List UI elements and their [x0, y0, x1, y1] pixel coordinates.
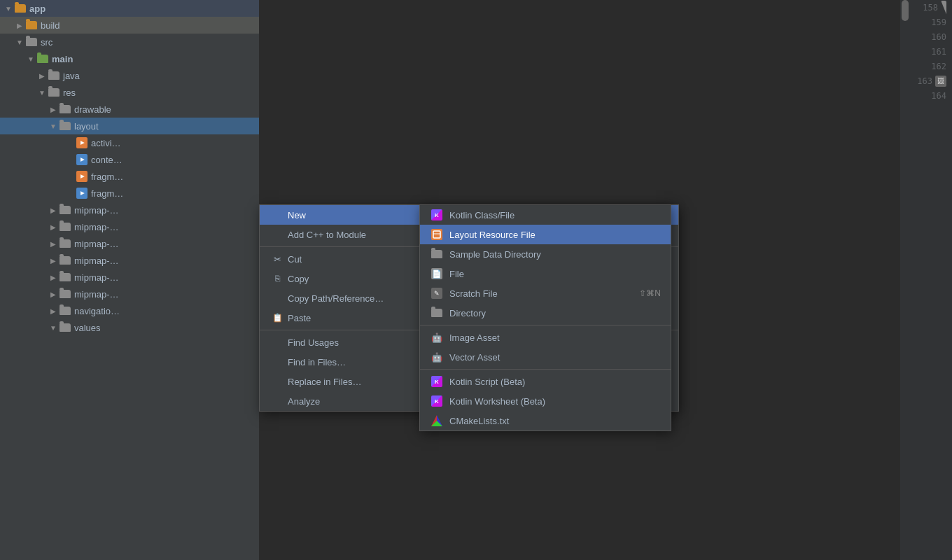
tree-label-layout: layout [74, 121, 99, 132]
submenu-item-kotlin-class[interactable]: K Kotlin Class/File [420, 205, 671, 225]
tree-item-mipmap3[interactable]: ▶ mipmap-… [0, 235, 259, 252]
tree-label-conte: conte… [91, 155, 122, 165]
tree-item-conte[interactable]: ▶ conte… [0, 151, 259, 168]
tree-label-mipmap6: mipmap-… [74, 289, 119, 300]
chevron-res: ▼ [36, 89, 48, 97]
tree-label-navigation: navigatio… [74, 306, 120, 316]
chevron-layout: ▼ [48, 122, 59, 130]
tree-label-mipmap2: mipmap-… [74, 222, 119, 232]
file-tree: ▼ app ▶ build ▼ src ▼ main ▶ java ▼ res … [0, 0, 259, 560]
scratch-file-icon: ✎ [430, 286, 444, 300]
line-161: 161 [910, 44, 952, 59]
tree-item-mipmap1[interactable]: ▶ mipmap-… [0, 202, 259, 218]
file-icon: 📄 [430, 267, 444, 281]
analyze-icon [271, 395, 284, 407]
tree-item-java[interactable]: ▶ java [0, 67, 259, 84]
submenu-label-kotlin-script: Kotlin Script (Beta) [449, 377, 525, 387]
copy-path-icon [271, 292, 284, 304]
tree-item-mipmap6[interactable]: ▶ mipmap-… [0, 286, 259, 302]
tree-item-drawable[interactable]: ▶ drawable [0, 101, 259, 118]
tree-label-values: values [74, 323, 101, 333]
submenu-label-layout-resource: Layout Resource File [449, 230, 536, 240]
submenu-item-kotlin-worksheet[interactable]: K Kotlin Worksheet (Beta) [420, 391, 671, 411]
tree-item-navigation[interactable]: ▶ navigatio… [0, 302, 259, 319]
scratch-shortcut: ⇧⌘N [639, 288, 661, 298]
chevron-build: ▶ [14, 22, 25, 29]
tree-label-src: src [41, 37, 52, 48]
tree-item-fragm1[interactable]: ▶ fragm… [0, 168, 259, 185]
add-cpp-icon [271, 228, 284, 241]
image-asset-icon: 🤖 [430, 330, 444, 344]
tree-item-res[interactable]: ▼ res [0, 84, 259, 101]
chevron-src: ▼ [14, 38, 25, 46]
chevron-main: ▼ [25, 55, 36, 63]
submenu-label-image-asset: Image Asset [449, 332, 500, 343]
tree-item-mipmap4[interactable]: ▶ mipmap-… [0, 252, 259, 269]
scrollbar-area[interactable] [900, 0, 910, 560]
submenu-sep-2 [420, 369, 671, 370]
chevron-mipmap5: ▶ [48, 274, 59, 281]
submenu-label-cmake-lists: CMakeLists.txt [449, 416, 509, 426]
submenu-label-directory: Directory [449, 308, 486, 318]
tree-label-build: build [41, 20, 59, 31]
submenu-item-image-asset[interactable]: 🤖 Image Asset [420, 328, 671, 347]
chevron-mipmap3: ▶ [48, 240, 59, 248]
tree-item-src[interactable]: ▼ src [0, 34, 259, 50]
scissors-icon: ✂ [271, 253, 284, 265]
submenu-item-directory[interactable]: Directory [420, 303, 671, 323]
chevron-java: ▶ [36, 72, 48, 80]
submenu-label-kotlin-worksheet: Kotlin Worksheet (Beta) [449, 396, 545, 407]
folder-icon-res [48, 88, 60, 97]
chevron-navigation: ▶ [48, 307, 59, 315]
submenu-item-file[interactable]: 📄 File [420, 264, 671, 284]
tree-item-activi[interactable]: ▶ activi… [0, 134, 259, 151]
tree-item-values[interactable]: ▼ values [0, 319, 259, 336]
copy-icon: ⎘ [271, 272, 284, 285]
xml-icon-conte: ▶ [76, 155, 88, 164]
submenu-item-scratch-file[interactable]: ✎ Scratch File ⇧⌘N [420, 284, 671, 303]
folder-icon-mipmap2 [59, 222, 71, 232]
find-files-icon [271, 356, 284, 368]
kotlin-worksheet-icon: K [430, 394, 444, 408]
vector-asset-icon: 🤖 [430, 350, 444, 364]
submenu-item-sample-data[interactable]: Sample Data Directory [420, 244, 671, 264]
tree-label-mipmap4: mipmap-… [74, 255, 119, 266]
tree-item-mipmap2[interactable]: ▶ mipmap-… [0, 218, 259, 235]
tree-item-main[interactable]: ▼ main [0, 50, 259, 67]
xml-icon-fragm1: ▶ [76, 172, 88, 181]
tree-label-mipmap5: mipmap-… [74, 272, 119, 283]
tree-item-build[interactable]: ▶ build [0, 17, 259, 34]
sample-data-icon [430, 247, 444, 261]
folder-icon-app [14, 4, 27, 13]
tree-item-layout[interactable]: ▼ layout [0, 118, 259, 134]
folder-icon-values [59, 323, 71, 332]
line-164: 164 [910, 88, 952, 103]
tree-item-app[interactable]: ▼ app [0, 0, 259, 17]
submenu-sep-1 [420, 325, 671, 326]
tree-label-main: main [52, 54, 73, 64]
folder-icon-build [25, 20, 38, 30]
folder-icon-drawable [59, 104, 71, 114]
line-162: 162 [910, 59, 952, 74]
tree-label-res: res [63, 88, 76, 98]
chevron-mipmap2: ▶ [48, 223, 59, 231]
submenu-new: K Kotlin Class/File Layout Resource File… [419, 204, 671, 431]
line-numbers-panel: 158 159 160 161 162 163 🖼 164 [910, 0, 952, 560]
line-163: 163 🖼 [910, 74, 952, 88]
folder-icon-java [48, 71, 60, 80]
submenu-item-layout-resource[interactable]: Layout Resource File [420, 225, 671, 244]
line-159: 159 [910, 15, 952, 29]
xml-icon-fragm2: ▶ [76, 188, 88, 198]
scrollbar-thumb[interactable] [902, 0, 909, 21]
submenu-item-cmake-lists[interactable]: CMakeLists.txt [420, 411, 671, 430]
xml-icon-activi: ▶ [76, 138, 88, 148]
tree-item-fragm2[interactable]: ▶ fragm… [0, 185, 259, 202]
folder-icon-navigation [59, 306, 71, 316]
tree-item-mipmap5[interactable]: ▶ mipmap-… [0, 269, 259, 286]
folder-icon-mipmap3 [59, 239, 71, 248]
submenu-item-kotlin-script[interactable]: K Kotlin Script (Beta) [420, 372, 671, 391]
folder-icon-mipmap1 [59, 205, 71, 215]
submenu-item-vector-asset[interactable]: 🤖 Vector Asset [420, 347, 671, 367]
tree-label-fragm1: fragm… [91, 172, 123, 182]
chevron-values: ▼ [48, 324, 59, 332]
